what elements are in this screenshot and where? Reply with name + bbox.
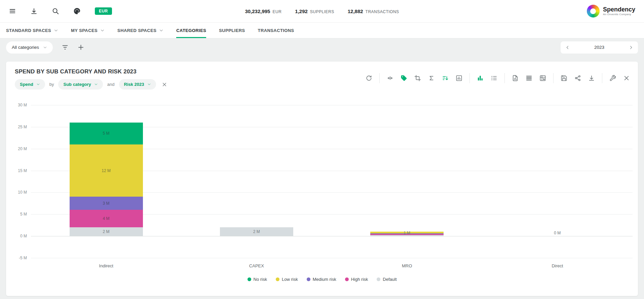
segment-value-label: 4 M: [103, 216, 110, 221]
brand-name: Spendency: [603, 6, 635, 13]
chevron-left-icon: [565, 45, 570, 50]
stat-value: 1,292: [295, 8, 308, 14]
topbar: EUR 30,232,995EUR1,292SUPPLIERS12,882TRA…: [0, 0, 644, 23]
report-button[interactable]: [512, 75, 519, 81]
crop-button[interactable]: [414, 75, 421, 81]
legend-label: Default: [383, 277, 396, 282]
x-axis-labels: IndirectCAPEXMRODirect: [31, 263, 633, 271]
bar-segment-low-risk[interactable]: 12 M: [70, 144, 143, 197]
export-button[interactable]: [30, 7, 38, 15]
tab-shared-spaces[interactable]: SHARED SPACES: [117, 23, 163, 38]
measure-pill-label: Spend: [20, 82, 33, 87]
bar-segment-high-risk[interactable]: 4 M: [70, 210, 143, 227]
pivot-table-button[interactable]: [539, 75, 546, 81]
legend-dot: [248, 277, 251, 281]
chevron-down-icon: [54, 28, 58, 33]
theme-palette-button[interactable]: [73, 7, 81, 15]
chart-legend: No riskLow riskMedium riskHigh riskDefau…: [11, 277, 633, 282]
bar-chart-view-button[interactable]: [477, 75, 484, 81]
menu-button[interactable]: [9, 7, 16, 15]
chevron-down-icon: [147, 82, 151, 86]
legend-dot: [377, 277, 380, 281]
category-selector[interactable]: All categories: [6, 41, 53, 54]
sort-button[interactable]: [442, 75, 449, 81]
legend-item-default[interactable]: Default: [377, 277, 396, 282]
secondary-dimension-pill[interactable]: Risk 2023: [119, 79, 156, 90]
legend-dot: [307, 277, 310, 281]
dimension-pill[interactable]: Sub category: [58, 79, 103, 90]
bar-segment-default[interactable]: 2 M: [70, 227, 143, 236]
save-button[interactable]: [561, 75, 567, 81]
next-year-button[interactable]: [629, 45, 633, 50]
bar-segment-default[interactable]: 2 M: [220, 227, 293, 236]
tag-button[interactable]: [401, 75, 407, 81]
legend-item-no-risk[interactable]: No risk: [248, 277, 267, 282]
tab-transactions[interactable]: TRANSACTIONS: [258, 23, 294, 38]
legend-label: Low risk: [282, 277, 298, 282]
legend-dot: [276, 277, 279, 281]
merge-arrows-button[interactable]: [387, 75, 393, 81]
filter-button[interactable]: [62, 44, 69, 51]
y-axis-tick-label: 25 M: [11, 125, 27, 129]
tab-suppliers[interactable]: SUPPLIERS: [219, 23, 245, 38]
dimension-pills: Spend by Sub category and Risk 2023: [15, 79, 167, 90]
download-chart-button[interactable]: [588, 75, 595, 81]
chevron-down-icon: [43, 45, 47, 49]
plot-area: 30 M25 M20 M15 M10 M5 M0 M-5 M2 M4 M3 M1…: [31, 105, 633, 258]
segment-value-label: 12 M: [102, 168, 111, 173]
bar-segment-no-risk[interactable]: 5 M: [70, 123, 143, 144]
tab-label: SHARED SPACES: [117, 28, 156, 33]
x-axis-label-indirect: Indirect: [99, 263, 113, 268]
close-icon: [162, 82, 167, 87]
segment-value-label: 5 M: [103, 131, 110, 136]
segment-value-label: 2 M: [103, 229, 110, 234]
y-axis-tick-label: -5 M: [11, 256, 27, 260]
year-pager: 2023: [561, 41, 638, 54]
dimension-pill-label: Sub category: [63, 82, 91, 87]
bar-segment-medium-risk[interactable]: 3 M: [70, 197, 143, 210]
bar-indirect: 2 M4 M3 M12 M5 M: [70, 105, 143, 258]
close-card-button[interactable]: [623, 75, 630, 81]
tab-my-spaces[interactable]: MY SPACES: [71, 23, 105, 38]
prev-year-button[interactable]: [565, 45, 570, 50]
sum-button[interactable]: [428, 75, 435, 81]
conjunction-and: and: [107, 82, 115, 87]
tab-standard-spaces[interactable]: STANDARD SPACES: [6, 23, 58, 38]
legend-item-high-risk[interactable]: High risk: [345, 277, 368, 282]
table-rows-button[interactable]: [526, 75, 532, 81]
share-button[interactable]: [574, 75, 581, 81]
stat-value: 30,232,995: [245, 8, 270, 14]
chevron-right-icon: [629, 45, 633, 50]
legend-dot: [345, 277, 349, 281]
legend-item-medium-risk[interactable]: Medium risk: [307, 277, 336, 282]
chevron-down-icon: [94, 82, 98, 86]
tab-categories[interactable]: CATEGORIES: [176, 23, 206, 38]
stat-value: 12,882: [348, 8, 363, 14]
refresh-button[interactable]: [366, 75, 372, 81]
tab-label: STANDARD SPACES: [6, 28, 51, 33]
remove-dimension-button[interactable]: [162, 82, 167, 87]
bar-total-label: 0 M: [521, 231, 594, 235]
frame-chart-button[interactable]: [456, 75, 462, 81]
add-analysis-button[interactable]: [77, 44, 84, 51]
segment-value-label: 3 M: [103, 201, 110, 206]
legend-item-low-risk[interactable]: Low risk: [276, 277, 298, 282]
nav-tabs: STANDARD SPACESMY SPACESSHARED SPACESCAT…: [0, 23, 644, 38]
currency-badge[interactable]: EUR: [95, 7, 112, 15]
chevron-down-icon: [159, 28, 163, 33]
x-axis-label-mro: MRO: [402, 263, 412, 268]
legend-label: Medium risk: [313, 277, 336, 282]
y-axis-tick-label: 5 M: [11, 212, 27, 217]
brand-tagline: An Onventis Company: [603, 13, 635, 16]
toolbar-divider: [602, 73, 602, 83]
bar-total-label: 1 M: [370, 231, 444, 235]
y-axis-tick-label: 20 M: [11, 146, 27, 151]
plus-icon: [77, 44, 84, 51]
stat-label: SUPPLIERS: [310, 9, 334, 14]
tools-button[interactable]: [609, 75, 616, 81]
search-button[interactable]: [52, 7, 59, 15]
tab-label: TRANSACTIONS: [258, 28, 294, 33]
topbar-icons: [9, 7, 81, 15]
measure-pill[interactable]: Spend: [15, 79, 45, 90]
list-view-button[interactable]: [491, 75, 497, 81]
